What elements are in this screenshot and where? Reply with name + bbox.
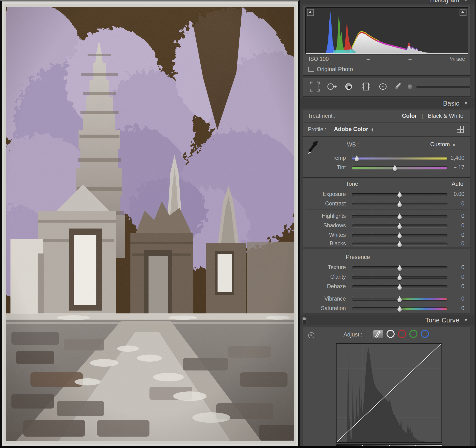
targeted-adjustment-icon[interactable] xyxy=(308,332,314,338)
dehaze-knob[interactable] xyxy=(397,284,402,290)
dehaze-value[interactable]: 0 xyxy=(442,283,464,290)
shadows-slider[interactable] xyxy=(352,224,448,227)
vibrance-slider[interactable] xyxy=(352,298,448,301)
clarity-knob[interactable] xyxy=(397,274,402,281)
wb-label: WB : xyxy=(347,142,359,148)
treatment-bw-option[interactable]: Black & White xyxy=(428,112,463,119)
original-photo-checkbox[interactable] xyxy=(308,67,314,72)
red-channel-icon[interactable] xyxy=(398,330,406,338)
treatment-row: Treatment : Color | Black & White xyxy=(303,110,471,122)
photo-preview[interactable] xyxy=(2,1,298,447)
tone-curve-section: Adjust : xyxy=(303,327,471,448)
whites-value[interactable]: 0 xyxy=(442,232,464,238)
photo-canvas xyxy=(2,1,298,447)
treatment-color-option[interactable]: Color xyxy=(402,112,417,119)
saturation-value[interactable]: 0 xyxy=(442,305,464,311)
histogram-section: ISO 100 – – ⅕ sec Original Photo xyxy=(303,5,471,76)
whites-knob[interactable] xyxy=(397,232,402,239)
point-curve-icon[interactable] xyxy=(386,330,395,338)
profile-row: Profile : Adobe Color▲▼ xyxy=(303,123,471,137)
saturation-knob[interactable] xyxy=(397,305,402,312)
tone-curve-collapse-icon[interactable]: ▼ xyxy=(464,318,468,323)
tint-slider[interactable] xyxy=(352,166,448,169)
clarity-value[interactable]: 0 xyxy=(442,274,464,280)
blacks-value[interactable]: 0 xyxy=(442,240,464,247)
texture-slider-row: Texture 0 xyxy=(303,264,470,271)
panel-scroll-strip[interactable] xyxy=(475,0,476,448)
contrast-value[interactable]: 0 xyxy=(442,200,464,207)
wb-eyedropper-icon[interactable] xyxy=(306,140,319,155)
histogram-panel-header[interactable]: Histogram ▼ xyxy=(300,0,475,4)
blue-channel-icon[interactable] xyxy=(421,330,429,338)
blacks-knob[interactable] xyxy=(397,241,402,247)
basic-collapse-icon[interactable]: ▼ xyxy=(464,101,468,106)
exif-info-row: ISO 100 – – ⅕ sec xyxy=(303,56,470,63)
tone-curve-panel-header[interactable]: Tone Curve ▼ xyxy=(300,315,475,325)
vibrance-knob[interactable] xyxy=(397,296,402,303)
brush-size-knob[interactable] xyxy=(408,84,412,89)
contrast-slider[interactable] xyxy=(352,203,448,205)
histogram-collapse-icon[interactable]: ▼ xyxy=(464,0,468,3)
exposure-value[interactable]: 0.00 xyxy=(442,191,464,197)
temp-value[interactable]: 2,400 xyxy=(442,155,464,161)
shadows-knob[interactable] xyxy=(397,223,402,229)
treatment-label: Treatment : xyxy=(308,113,336,119)
whites-label: Whites xyxy=(308,232,346,238)
original-photo-label: Original Photo xyxy=(317,66,353,72)
temp-knob[interactable] xyxy=(354,155,359,162)
wb-select[interactable]: Custom▲▼ xyxy=(430,141,455,148)
highlights-knob[interactable] xyxy=(397,213,402,220)
texture-label: Texture xyxy=(308,264,346,271)
tint-value[interactable]: − 17 xyxy=(442,164,464,171)
presence-section: Presence Texture 0 Clarity 0 Dehaze 0 Vi… xyxy=(303,249,471,313)
auto-button[interactable]: Auto xyxy=(452,181,463,187)
shadows-label: Shadows xyxy=(308,222,346,229)
red-eye-tool-icon[interactable] xyxy=(342,81,356,93)
clarity-slider[interactable] xyxy=(352,276,448,279)
tone-divider xyxy=(306,210,467,210)
profile-browser-icon[interactable] xyxy=(457,126,464,133)
exposure-knob[interactable] xyxy=(397,191,402,198)
histogram-plot[interactable] xyxy=(305,7,468,55)
green-channel-icon[interactable] xyxy=(409,330,417,338)
spot-removal-tool-icon[interactable] xyxy=(325,81,339,93)
tint-label: Tint xyxy=(308,164,346,171)
shadows-value[interactable]: 0 xyxy=(442,222,464,229)
texture-knob[interactable] xyxy=(397,265,402,271)
basic-panel-header[interactable]: Basic ▼ xyxy=(300,98,475,108)
vibrance-slider-row: Vibrance 0 xyxy=(303,295,470,303)
highlights-value[interactable]: 0 xyxy=(442,213,464,219)
highlights-slider[interactable] xyxy=(352,215,448,218)
temp-slider[interactable] xyxy=(352,157,448,160)
tone-curve-plot[interactable] xyxy=(336,343,442,443)
tone-curve-enable-toggle[interactable] xyxy=(302,317,307,324)
whites-slider[interactable] xyxy=(352,234,448,237)
blacks-slider[interactable] xyxy=(352,243,448,245)
blacks-slider-row: Blacks 0 xyxy=(303,240,470,248)
presence-divider xyxy=(306,292,467,293)
profile-select[interactable]: Adobe Color▲▼ xyxy=(334,126,374,133)
white-balance-section: WB : Custom▲▼ Temp 2,400 Tint − 17 xyxy=(303,137,471,177)
crop-tool-icon[interactable] xyxy=(308,81,322,93)
dehaze-slider[interactable] xyxy=(352,285,448,288)
contrast-knob[interactable] xyxy=(397,201,402,207)
parametric-curve-icon[interactable] xyxy=(373,330,383,338)
clarity-label: Clarity xyxy=(308,274,346,280)
tone-header: Tone xyxy=(346,181,358,187)
treatment-divider: | xyxy=(422,113,423,119)
highlight-clipping-button[interactable] xyxy=(459,9,466,16)
texture-value[interactable]: 0 xyxy=(442,264,464,271)
shadow-clipping-button[interactable] xyxy=(307,9,314,16)
graduated-filter-tool-icon[interactable] xyxy=(359,81,373,93)
exposure-slider[interactable] xyxy=(352,193,448,196)
tint-knob[interactable] xyxy=(392,165,397,171)
temp-slider-row: Temp 2,400 xyxy=(303,154,470,162)
brush-size-slider[interactable] xyxy=(416,86,470,88)
temp-label: Temp xyxy=(308,155,346,161)
adjustment-brush-tool-icon[interactable] xyxy=(393,81,403,93)
saturation-slider-row: Saturation 0 xyxy=(303,305,470,312)
texture-slider[interactable] xyxy=(352,266,448,269)
radial-filter-tool-icon[interactable] xyxy=(376,81,390,93)
vibrance-value[interactable]: 0 xyxy=(442,296,464,302)
saturation-slider[interactable] xyxy=(352,307,448,310)
